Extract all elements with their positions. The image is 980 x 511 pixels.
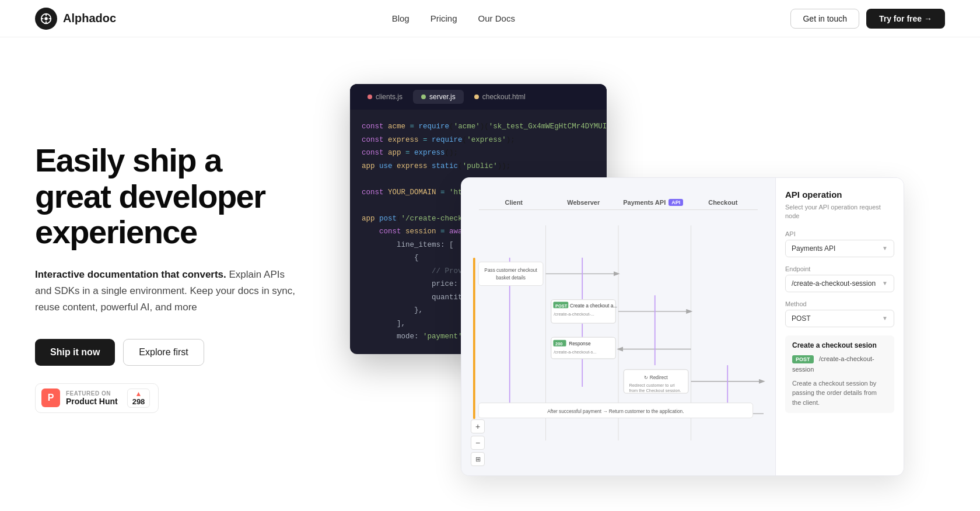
col-payments-api: Payments API API (618, 195, 688, 210)
api-select-arrow-3: ▼ (882, 315, 888, 321)
fit-view-button[interactable]: ⊞ (471, 452, 485, 466)
code-tab-server[interactable]: server.js (413, 90, 464, 104)
svg-text:Create a checkout a...: Create a checkout a... (570, 303, 617, 309)
zoom-in-button[interactable]: + (471, 419, 485, 433)
ph-number: 298 (132, 397, 145, 406)
svg-text:Pass customer checkout: Pass customer checkout (484, 267, 537, 273)
hero-left: Easily ship a great developer experience… (35, 84, 303, 413)
svg-text:↻ Redirect: ↻ Redirect (644, 374, 668, 380)
svg-text:Redirect customer to url: Redirect customer to url (629, 383, 674, 388)
brand-name: Alphadoc (63, 12, 116, 25)
api-select-arrow-1: ▼ (882, 245, 888, 251)
hero-title: Easily ship a great developer experience (35, 142, 303, 250)
nav-our-docs[interactable]: Our Docs (478, 13, 515, 23)
svg-text:200: 200 (555, 341, 562, 346)
hero-buttons: Ship it now Explore first (35, 339, 303, 366)
api-label-api: API (785, 230, 894, 237)
logo[interactable]: Alphadoc (35, 8, 116, 30)
api-info-desc: Create a checkout session by passing the… (792, 379, 887, 408)
zoom-out-button[interactable]: − (471, 436, 485, 450)
flow-svg: Pass customer checkout basket details PO… (473, 216, 764, 461)
svg-text:POST: POST (555, 303, 568, 309)
explore-first-button[interactable]: Explore first (123, 339, 204, 366)
svg-rect-19 (478, 262, 543, 286)
hero-subtitle: Interactive documentation that converts.… (35, 267, 303, 316)
svg-text:basket details: basket details (496, 275, 526, 281)
get-in-touch-button[interactable]: Get in touch (790, 9, 859, 29)
try-for-free-button[interactable]: Try for free → (866, 9, 945, 29)
api-panel-title: API operation (785, 190, 894, 200)
ph-name-label: Product Hunt (66, 397, 118, 406)
col-webserver: Webserver (549, 195, 619, 210)
api-label-method: Method (785, 300, 894, 307)
flow-diagram-screenshot: Client Webserver Payments API API Checko… (461, 177, 904, 476)
api-select-endpoint[interactable]: /create-a-checkout-session ▼ (785, 275, 894, 292)
ship-it-now-button[interactable]: Ship it now (35, 339, 115, 366)
flow-diagram-area: Client Webserver Payments API API Checko… (461, 178, 775, 475)
svg-text:from the Checkout session.: from the Checkout session. (629, 388, 681, 393)
api-info-method-path: POST /create-a-checkout-session (792, 353, 887, 374)
api-select-method[interactable]: POST ▼ (785, 310, 894, 327)
svg-point-1 (44, 17, 48, 20)
flow-column-headers: Client Webserver Payments API API Checko… (473, 195, 764, 210)
code-tab-clients[interactable]: clients.js (359, 90, 411, 104)
server-tab-dot (421, 94, 426, 99)
svg-text:After successful payment → Ret: After successful payment → Return custom… (547, 408, 684, 414)
svg-rect-9 (473, 258, 475, 419)
api-label-endpoint: Endpoint (785, 265, 894, 272)
col-checkout: Checkout (688, 195, 758, 210)
nav-pricing[interactable]: Pricing (430, 13, 457, 23)
ph-text: FEATURED ON Product Hunt (66, 390, 118, 406)
hero-section: Easily ship a great developer experience… (0, 37, 980, 511)
api-badge: API (668, 199, 683, 206)
flow-controls: + − ⊞ (471, 419, 485, 466)
hero-right: clients.js server.js checkout.html const… (338, 84, 945, 492)
clients-tab-dot (368, 94, 372, 99)
nav-blog[interactable]: Blog (392, 13, 410, 23)
ph-logo-icon: P (41, 388, 60, 407)
col-client: Client (479, 195, 549, 210)
ph-arrow-icon: ▲ (135, 390, 142, 397)
api-info-box: Create a checkout sesion POST /create-a-… (785, 335, 894, 414)
post-tag: POST (792, 355, 814, 363)
checkout-tab-dot (474, 94, 479, 99)
api-info-title: Create a checkout sesion (792, 341, 887, 349)
svg-text:Response: Response (569, 341, 591, 346)
flow-inner: Client Webserver Payments API API Checko… (461, 178, 904, 475)
api-select-api[interactable]: Payments API ▼ (785, 240, 894, 257)
navbar: Alphadoc Blog Pricing Our Docs Get in to… (0, 0, 980, 37)
nav-links: Blog Pricing Our Docs (392, 13, 515, 23)
hero-subtitle-bold: Interactive documentation that converts. (35, 269, 226, 280)
code-tab-checkout[interactable]: checkout.html (466, 90, 534, 104)
api-panel: API operation Select your API operation … (775, 178, 904, 475)
nav-ctas: Get in touch Try for free → (790, 9, 945, 29)
svg-text:/create-a-checkout-...: /create-a-checkout-... (554, 312, 594, 317)
code-tabs: clients.js server.js checkout.html (350, 84, 607, 110)
api-select-arrow-2: ▼ (882, 280, 888, 286)
svg-text:/create-a-checkout-s...: /create-a-checkout-s... (554, 349, 596, 355)
ph-featured-label: FEATURED ON (66, 390, 118, 397)
api-panel-subtitle: Select your API operation request node (785, 203, 894, 221)
product-hunt-badge[interactable]: P FEATURED ON Product Hunt ▲ 298 (35, 383, 159, 413)
ph-vote-count: ▲ 298 (127, 388, 150, 408)
logo-icon (35, 8, 57, 30)
